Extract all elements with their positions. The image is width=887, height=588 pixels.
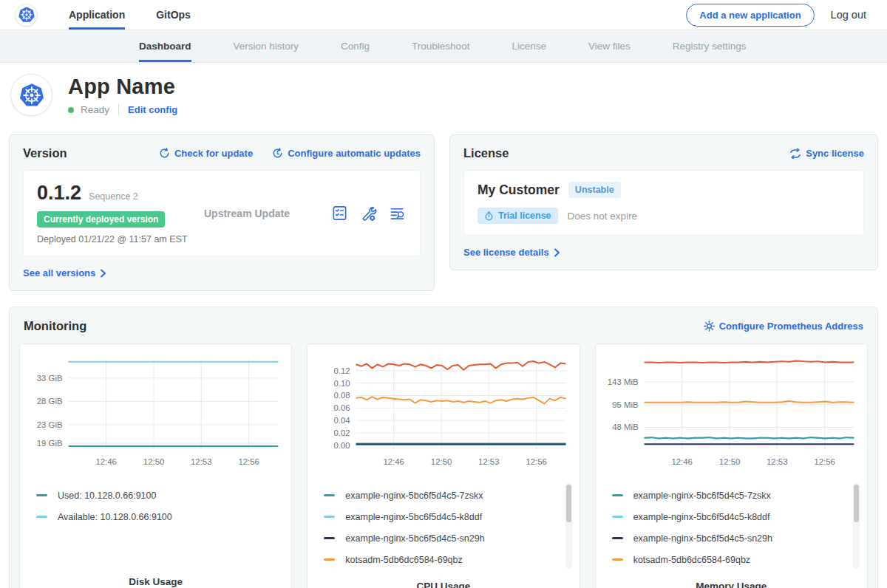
svg-text:95 MiB: 95 MiB [612,400,639,409]
channel-badge: Unstable [568,182,621,198]
app-logo[interactable] [15,0,38,30]
top-nav: Application GitOps Add a new application… [0,0,887,30]
tab-dashboard[interactable]: Dashboard [139,30,191,62]
legend-label: example-nginx-5bc6f5d4c5-7zskx [345,490,483,501]
svg-text:19 GiB: 19 GiB [37,439,63,448]
memory-usage-chart-card: 12:4612:5012:5312:5648 MiB95 MiB143 MiB … [595,343,868,588]
tab-config[interactable]: Config [341,30,370,62]
chevron-right-icon [100,269,106,278]
svg-text:12:46: 12:46 [95,457,117,466]
stopwatch-icon [484,211,494,221]
tab-label: Registry settings [673,41,747,52]
cpu-usage-legend: example-nginx-5bc6f5d4c5-7zskxexample-ng… [315,480,571,572]
memory-usage-chart: 12:4612:5012:5312:5648 MiB95 MiB143 MiB [603,350,860,474]
check-for-update-label: Check for update [174,148,253,159]
legend-item: example-nginx-5bc6f5d4c5-k8ddf [324,506,558,527]
legend-item: example-nginx-5bc6f5d4c5-7zskx [612,485,846,506]
svg-text:12:46: 12:46 [384,457,405,466]
tab-troubleshoot[interactable]: Troubleshoot [412,30,469,62]
legend-swatch [612,516,623,518]
svg-text:23 GiB: 23 GiB [37,420,63,429]
svg-text:0.04: 0.04 [334,416,351,425]
currently-deployed-badge: Currently deployed version [37,211,165,228]
svg-text:0.06: 0.06 [334,403,350,412]
legend-swatch [324,516,335,518]
config-wrench-icon[interactable] [360,205,377,222]
configure-prometheus-link[interactable]: Configure Prometheus Address [704,321,863,332]
svg-text:12:50: 12:50 [431,457,452,466]
legend-swatch [324,537,335,539]
legend-swatch [36,516,47,518]
app-header: App Name Ready Edit config [0,63,887,129]
sync-license-label: Sync license [806,148,864,159]
sync-arrows-icon [789,148,801,159]
topnav-tab-gitops[interactable]: GitOps [156,0,191,30]
refresh-icon [159,148,170,159]
check-for-update-link[interactable]: Check for update [159,148,253,159]
logout-button[interactable]: Log out [831,9,866,21]
legend-scrollbar[interactable] [565,483,572,569]
version-card-title: Version [23,146,67,160]
svg-text:48 MiB: 48 MiB [612,423,639,431]
add-application-button[interactable]: Add a new application [686,4,814,27]
svg-text:0.08: 0.08 [334,391,350,400]
legend-item: example-nginx-5bc6f5d4c5-sn29h [324,527,558,549]
sync-license-link[interactable]: Sync license [789,148,864,159]
legend-swatch [612,537,623,539]
legend-label: example-nginx-5bc6f5d4c5-sn29h [345,533,484,544]
license-card: License Sync license My Customer Unstabl… [449,134,878,270]
configure-prometheus-label: Configure Prometheus Address [719,321,863,332]
svg-text:12:50: 12:50 [143,457,165,466]
svg-text:0.00: 0.00 [334,441,350,450]
monitoring-section: Monitoring Configure Prometheus Address … [9,307,878,588]
tab-registry-settings[interactable]: Registry settings [673,30,747,62]
clock-refresh-icon [272,148,283,159]
configure-automatic-updates-link[interactable]: Configure automatic updates [272,148,421,159]
preflight-checks-icon[interactable] [331,205,348,222]
scrollbar-thumb[interactable] [854,485,859,522]
tab-view-files[interactable]: View files [588,30,631,62]
tab-license[interactable]: License [512,30,546,62]
tab-label: Dashboard [139,41,191,52]
legend-label: Used: 10.128.0.66:9100 [58,490,156,501]
tab-label: Version history [234,41,299,52]
svg-text:12:50: 12:50 [718,457,740,466]
cpu-usage-chart: 12:4612:5012:5312:560.000.020.040.060.08… [315,350,571,474]
svg-text:12:46: 12:46 [671,457,693,466]
app-avatar [10,74,52,116]
legend-scrollbar[interactable] [853,483,860,569]
legend-swatch [324,558,335,561]
topnav-tab-application[interactable]: Application [69,0,125,30]
legend-item: example-nginx-5bc6f5d4c5-sn29h [612,527,846,549]
see-license-details-link[interactable]: See license details [463,247,560,258]
see-all-versions-link[interactable]: See all versions [23,267,106,278]
kubernetes-logo-icon [18,6,35,24]
monitoring-title: Monitoring [24,319,86,333]
svg-text:143 MiB: 143 MiB [607,377,638,386]
edit-config-link[interactable]: Edit config [128,104,177,115]
svg-text:0.10: 0.10 [334,379,350,388]
kubernetes-logo-icon [18,82,45,109]
status-ready-dot [68,107,74,113]
customer-name: My Customer [478,182,560,198]
divider [118,104,119,115]
trial-license-label: Trial license [498,211,551,221]
legend-item: example-nginx-5bc6f5d4c5-k8ddf [612,506,846,527]
svg-text:0.12: 0.12 [334,366,350,375]
chevron-right-icon [554,248,560,257]
chart-title: Memory Usage [603,581,860,588]
tab-version-history[interactable]: Version history [234,30,299,62]
legend-label: example-nginx-5bc6f5d4c5-k8ddf [345,512,482,522]
status-text: Ready [81,104,109,115]
disk-usage-legend: Used: 10.128.0.66:9100Available: 10.128.… [27,480,284,567]
page-title: App Name [68,75,177,99]
legend-item: kotsadm-5db6dc6584-69qbz [324,549,558,570]
disk-usage-chart: 12:4612:5012:5312:5619 GiB23 GiB28 GiB33… [27,350,284,474]
legend-item: example-nginx-5bc6f5d4c5-7zskx [324,485,558,506]
app-sub-nav: Dashboard Version history Config Trouble… [0,30,887,63]
svg-text:33 GiB: 33 GiB [37,374,63,383]
see-license-details-label: See license details [463,247,549,258]
scrollbar-thumb[interactable] [566,485,571,522]
view-logs-icon[interactable] [389,205,407,222]
tab-label: License [512,41,546,52]
